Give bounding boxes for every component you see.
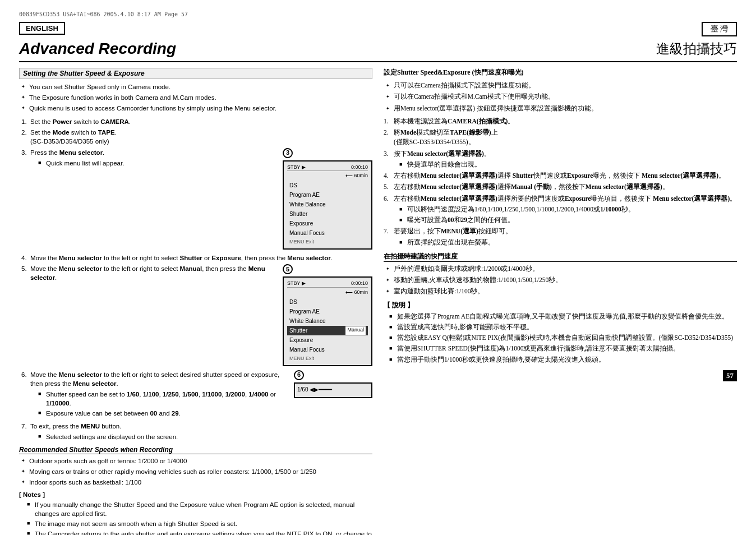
cn-step-6: 6. 左右移動Menu selector(選單選擇器)選擇所要的快門速度或Exp… [384, 194, 737, 225]
step-num: 7. [21, 422, 27, 431]
step-num: 1. [21, 117, 27, 126]
menu-item: White Balance [287, 316, 368, 326]
diagram-label-6: 6 [294, 370, 304, 380]
rec-bullet: Indoor sports such as basketball: 1/100 [21, 478, 372, 487]
cn-rec-header: 在拍攝時建議的快門速度 [384, 252, 737, 262]
step-7: 7. To exit, press the MENU button. Selec… [21, 422, 372, 441]
taiwan-badge: 臺 灣 [702, 22, 737, 36]
page-container: 00839FSCD353 USA+TAI~086 2005.4.10 8:17 … [13, 0, 743, 535]
cn-notes-section: 【 說明 】 如果您選擇了Program AE自動程式曝光選項時,又手動改變了快… [384, 301, 737, 365]
right-steps: 1. 將本機電源設置為CAMERA(拍攝模式)。 2. 將Mode模式鍵切至TA… [384, 117, 737, 247]
screen-stby: STBY ▶ [287, 164, 306, 171]
cn-note-item: 如果您選擇了Program AE自動程式曝光選項時,又手動改變了快門速度及曝光值… [389, 312, 737, 321]
page-title-en: Advanced Recording [19, 40, 176, 58]
screen-time: 0:00:10 [351, 164, 368, 171]
cn-rec-bullet: 室內運動如籃球比賽:1/100秒。 [386, 287, 737, 296]
step-6: 6. Move the Menu selector to the left or… [21, 370, 372, 419]
cn-note-item: 當您設成EASY Q(輕鬆)或NITE PIX(夜間攝影)模式時,本機會自動返回… [389, 333, 737, 343]
cn-step-4: 4. 左右移動Menu selector(選單選擇器)選擇 Shutter快門速… [384, 171, 737, 181]
menu-item: Exposure [287, 335, 368, 345]
screen-mockup-6: 1/60 ◀▶━━━━ [294, 382, 372, 398]
top-meta: 00839FSCD353 USA+TAI~086 2005.4.10 8:17 … [19, 11, 737, 17]
step-num: 3. [21, 148, 27, 157]
screen-header-3: STBY ▶ 0:00:10 [287, 164, 368, 172]
cn-bullet: 用Menu selector(選單選擇器) 按鈕選擇快捷選單來設置攝影機的功能。 [386, 104, 737, 113]
cn-bullet: 只可以在Camera拍攝模式下設置快門速度功能。 [386, 81, 737, 90]
rec-bullet: Outdoor sports such as golf or tennis: 1… [21, 456, 372, 465]
step-num: 6. [21, 370, 27, 379]
menu-item: Exposure [287, 219, 368, 228]
menu-item-exit: MENU Exit [287, 238, 368, 247]
menu-item: DS [287, 297, 368, 307]
step-6-sub: Shutter speed can be set to 1/60, 1/100,… [30, 390, 289, 418]
notes-list: If you manually change the Shutter Speed… [19, 500, 372, 535]
step-num: 4. [21, 253, 27, 262]
bullet-item: You can set Shutter Speed only in Camera… [21, 82, 372, 91]
screen-header-5: STBY ▶ 0:00:10 [287, 280, 368, 288]
right-intro-bullets: 只可以在Camera拍攝模式下設置快門速度功能。 可以在Camera拍攝模式和M… [384, 81, 737, 113]
note-item: If you manually change the Shutter Speed… [27, 500, 372, 518]
cn-note-item: 當設置成高速快門時,影像可能顯示較不平穩。 [389, 322, 737, 332]
menu-item-exit: MENU Exit [287, 354, 368, 363]
screen-time-5: 0:00:10 [351, 280, 368, 287]
cn-rec-bullet: 戶外的運動如高爾夫球或網球:1/2000或1/4000秒。 [386, 264, 737, 274]
cn-step-5: 5. 左右移動Menu selector(選單選擇器)選擇Manual (手動)… [384, 182, 737, 192]
left-column: Setting the Shutter Speed & Exposure You… [19, 68, 372, 535]
screen-mockup-5: STBY ▶ 0:00:10 ⟵ 60min DS Program AE Whi… [283, 276, 372, 366]
step-3: 3. Press the Menu selector. Quick menu l… [21, 148, 372, 252]
menu-item: Shutter [287, 209, 368, 219]
left-section-header: Setting the Shutter Speed & Exposure [19, 68, 372, 79]
menu-item: Manual Focus [287, 228, 368, 238]
step-num: 5. [21, 264, 27, 273]
cn-rec-bullets: 戶外的運動如高爾夫球或網球:1/2000或1/4000秒。 移動的重輛,火車或快… [384, 264, 737, 297]
diagram-label-5: 5 [283, 264, 293, 274]
note-item: The image may not seem as smooth when a … [27, 519, 372, 528]
menu-item: DS [287, 181, 368, 190]
cn-rec-bullet: 移動的重輛,火車或快速移動的物體:1/1000,1/500,1/250秒。 [386, 275, 737, 285]
diagram-label-3: 3 [283, 148, 293, 158]
page-number: 57 [723, 370, 737, 381]
shutter-display: 1/60 ◀▶━━━━ [297, 386, 369, 394]
title-row: Advanced Recording 進級拍攝技巧 [19, 40, 737, 62]
screen-tape: ⟵ 60min [287, 172, 368, 179]
right-column: 設定Shutter Speed&Exposure (快門速度和曝光) 只可以在C… [384, 68, 737, 535]
rec-bullet: Moving cars or trains or other rapidly m… [21, 467, 372, 476]
cn-step-7: 7. 若要退出，按下MENU(選單)按鈕即可。 所選擇的設定值出現在螢幕。 [384, 227, 737, 247]
rec-header: Recommended Shutter Speeds when Recordin… [19, 446, 372, 454]
cn-step-1: 1. 將本機電源設置為CAMERA(拍攝模式)。 [384, 117, 737, 126]
cn-bullet: 可以在Camera拍攝模式和M.Cam模式下使用曝光功能。 [386, 92, 737, 102]
note-item: The Camcorder returns to the auto shutte… [27, 529, 372, 535]
cn-notes-header: 【 說明 】 [384, 301, 737, 310]
header-row: ENGLISH 臺 灣 [19, 22, 737, 36]
recommended-section: Recommended Shutter Speeds when Recordin… [19, 446, 372, 487]
screen-tape-5: ⟵ 60min [287, 289, 368, 296]
screen-stby-5: STBY ▶ [287, 280, 306, 287]
bullet-item: Quick menu is used to access Camcorder f… [21, 104, 372, 113]
menu-item: Manual Focus [287, 345, 368, 354]
menu-item: Program AE [287, 307, 368, 316]
english-badge: ENGLISH [19, 22, 65, 35]
cn-step-3: 3. 按下Menu selector(選單選擇器)。 快捷選單的目錄會出現。 [384, 149, 737, 170]
notes-section: [ Notes ] If you manually change the Shu… [19, 491, 372, 535]
left-intro-bullets: You can set Shutter Speed only in Camera… [19, 82, 372, 113]
left-steps: 1. Set the Power switch to CAMERA. 2. Se… [19, 117, 372, 441]
rec-bullets: Outdoor sports such as golf or tennis: 1… [19, 456, 372, 487]
menu-item: Program AE [287, 190, 368, 200]
cn-notes-list: 如果您選擇了Program AE自動程式曝光選項時,又手動改變了快門速度及曝光值… [384, 312, 737, 365]
notes-header: [ Notes ] [19, 491, 372, 498]
bullet-item: The Exposure function works in both Came… [21, 93, 372, 102]
menu-item: White Balance [287, 200, 368, 209]
page-title-cn: 進級拍攝技巧 [656, 40, 737, 58]
step-3-sub: Quick menu list will appear. [30, 159, 278, 168]
step-7-sub: Selected settings are displayed on the s… [30, 432, 372, 441]
two-col-layout: Setting the Shutter Speed & Exposure You… [19, 68, 737, 535]
step-1: 1. Set the Power switch to CAMERA. [21, 117, 372, 126]
step-5: 5. Move the Menu selector to the left or… [21, 264, 372, 368]
cn-step-2: 2. 將Mode模式鍵切至TAPE(錄影帶)上 (僅限SC-D353/D354/… [384, 128, 737, 147]
cn-recommended-section: 在拍攝時建議的快門速度 戶外的運動如高爾夫球或網球:1/2000或1/4000秒… [384, 252, 737, 297]
menu-item-shutter-highlighted: Shutter Manual [287, 326, 368, 335]
cn-note-item: 當您用手動快門1/1000秒或更快速度拍攝時,要確定太陽光沒進入鏡頭。 [389, 355, 737, 365]
step-num: 2. [21, 128, 27, 137]
step-4: 4. Move the Menu selector to the left or… [21, 253, 372, 262]
cn-note-item: 當使用SHUTTER SPEED(快門速度)為1/1000或更高來進行攝影時,請… [389, 344, 737, 353]
